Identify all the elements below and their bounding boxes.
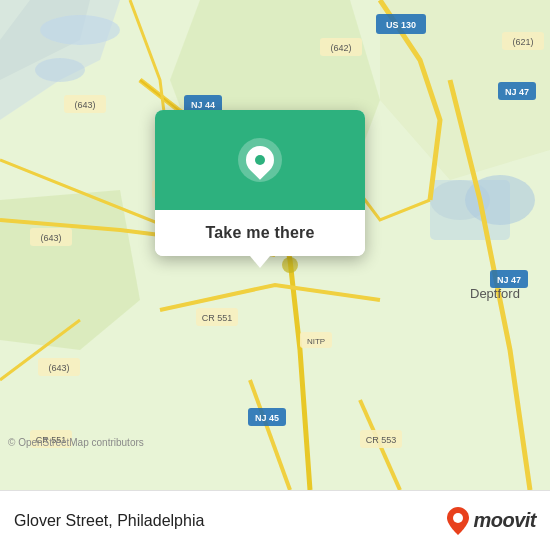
- popup-arrow: [250, 256, 270, 268]
- svg-text:NITP: NITP: [307, 337, 325, 346]
- location-label: Glover Street, Philadelphia: [14, 512, 447, 530]
- svg-point-4: [40, 15, 120, 45]
- moovit-brand-text: moovit: [473, 509, 536, 532]
- svg-text:NJ 44: NJ 44: [191, 100, 215, 110]
- popup-header: [155, 110, 365, 210]
- svg-point-7: [282, 257, 298, 273]
- location-pin-dot: [255, 155, 265, 165]
- location-pin-shape: [240, 140, 280, 180]
- svg-text:(621): (621): [512, 37, 533, 47]
- popup-card: Take me there: [155, 110, 365, 256]
- bottom-bar: Glover Street, Philadelphia moovit: [0, 490, 550, 550]
- svg-text:NJ 45: NJ 45: [255, 413, 279, 423]
- svg-text:US 130: US 130: [386, 20, 416, 30]
- svg-text:NJ 47: NJ 47: [497, 275, 521, 285]
- svg-text:CR 553: CR 553: [366, 435, 397, 445]
- svg-point-39: [453, 513, 463, 523]
- take-me-there-button[interactable]: Take me there: [155, 210, 365, 256]
- map-container: US 130 NJ 44 NJ 47 NJ 47 (643) (643) (64…: [0, 0, 550, 490]
- svg-text:(643): (643): [40, 233, 61, 243]
- svg-text:(643): (643): [74, 100, 95, 110]
- svg-text:Deptford: Deptford: [470, 286, 520, 301]
- moovit-logo: moovit: [447, 507, 536, 535]
- map-attribution: © OpenStreetMap contributors: [8, 437, 144, 448]
- location-pin-outer: [238, 138, 282, 182]
- svg-text:(643): (643): [48, 363, 69, 373]
- svg-text:CR 551: CR 551: [202, 313, 233, 323]
- svg-point-5: [35, 58, 85, 82]
- moovit-pin-icon: [447, 507, 469, 535]
- svg-text:NJ 47: NJ 47: [505, 87, 529, 97]
- svg-text:(642): (642): [330, 43, 351, 53]
